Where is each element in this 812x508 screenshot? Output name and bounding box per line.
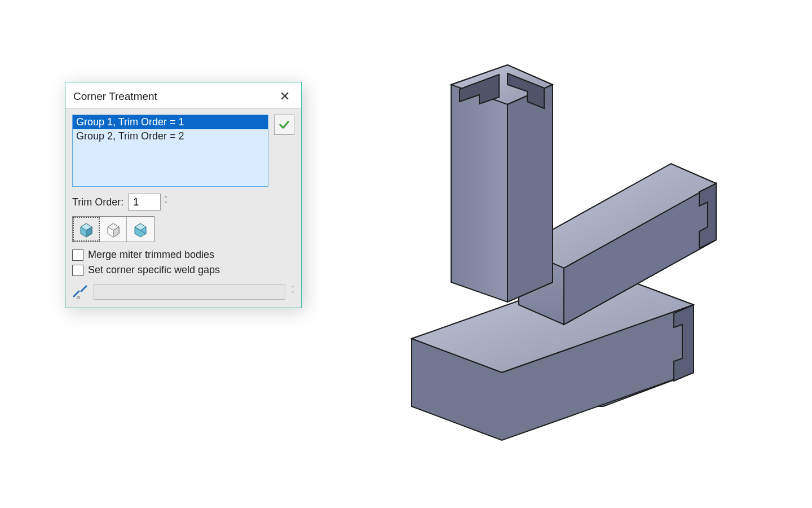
- weld-gap-label: Set corner specific weld gaps: [88, 264, 220, 276]
- group-list-item-1[interactable]: Group 1, Trim Order = 1: [73, 115, 268, 129]
- merge-miter-row: Merge miter trimmed bodies: [72, 249, 294, 261]
- gap-spinner-down-icon: ˅: [291, 292, 294, 297]
- svg-line-10: [81, 286, 86, 291]
- member-vertical: [451, 65, 553, 302]
- dialog-body: Group 1, Trim Order = 1 Group 2, Trim Or…: [65, 108, 301, 308]
- weld-gap-checkbox[interactable]: [72, 265, 83, 276]
- corner-mode-toolbar: [72, 216, 155, 242]
- merge-miter-checkbox[interactable]: [72, 249, 83, 261]
- trim-order-row: Trim Order: ˄ ˅: [72, 194, 294, 211]
- dialog-title: Corner Treatment: [73, 90, 157, 103]
- group-list[interactable]: Group 1, Trim Order = 1 Group 2, Trim Or…: [72, 115, 268, 187]
- group-list-item-2[interactable]: Group 2, Trim Order = 2: [73, 129, 268, 143]
- corner-mode-butt1-button[interactable]: [73, 217, 100, 242]
- group-list-item-2-label: Group 2, Trim Order = 2: [76, 130, 184, 142]
- weld-gap-input-row: G ˄ ˅: [72, 284, 294, 300]
- trim-order-input[interactable]: [128, 194, 161, 211]
- trim-order-spinner[interactable]: ˄ ˅: [164, 197, 167, 207]
- confirm-button[interactable]: [274, 115, 294, 135]
- svg-text:G: G: [77, 295, 80, 300]
- trim-order-control: ˄ ˅: [128, 194, 167, 211]
- corner-treatment-dialog: Corner Treatment ✕ Group 1, Trim Order =…: [65, 82, 302, 308]
- spinner-down-icon[interactable]: ˅: [164, 203, 167, 207]
- weld-gap-row: Set corner specific weld gaps: [72, 264, 294, 276]
- model-viewport[interactable]: [350, 28, 744, 468]
- dialog-header: Corner Treatment ✕: [65, 82, 301, 108]
- corner-mode-miter-button[interactable]: [127, 217, 154, 242]
- cube-miter-icon: [131, 220, 149, 238]
- close-icon[interactable]: ✕: [276, 88, 293, 105]
- cube-butt1-icon: [77, 220, 95, 238]
- checkmark-icon: [278, 119, 290, 131]
- corner-joint-render: [367, 45, 727, 452]
- merge-miter-label: Merge miter trimmed bodies: [88, 249, 214, 261]
- weld-gap-icon: G: [72, 284, 88, 300]
- weld-gap-input: [94, 284, 285, 300]
- corner-mode-butt2-button[interactable]: [100, 217, 127, 242]
- group-list-row: Group 1, Trim Order = 1 Group 2, Trim Or…: [72, 115, 294, 187]
- trim-order-label: Trim Order:: [72, 196, 123, 208]
- svg-marker-22: [508, 85, 553, 302]
- cube-butt2-icon: [104, 220, 122, 238]
- weld-gap-spinner: ˄ ˅: [291, 287, 294, 297]
